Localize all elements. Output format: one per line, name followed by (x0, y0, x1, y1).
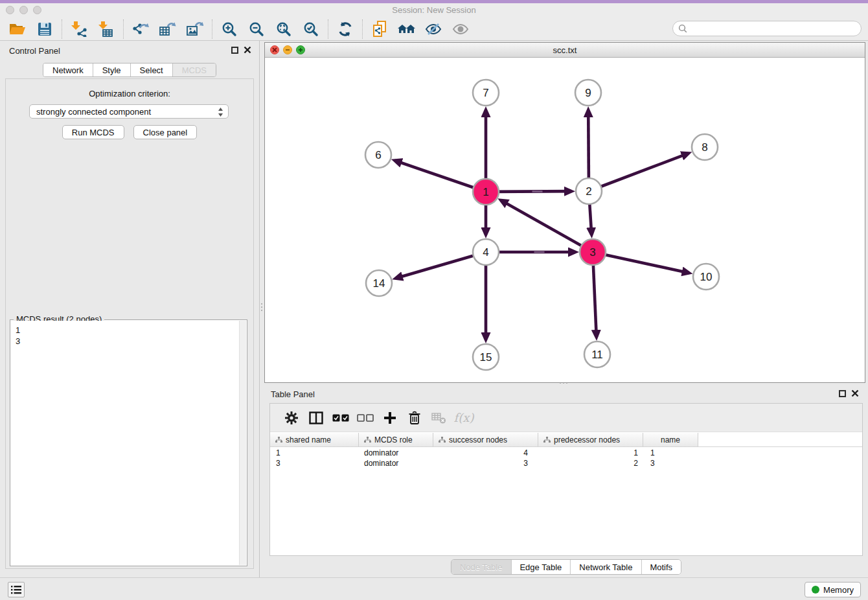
node-label: 15 (480, 351, 492, 363)
graph-node-11[interactable]: 11 (584, 341, 610, 367)
zoom-out-icon (249, 21, 264, 37)
gear-icon (284, 411, 299, 425)
function-builder-button[interactable]: f(x) (451, 407, 476, 429)
table-cell[interactable]: 3 (270, 459, 359, 468)
node-label: 6 (375, 149, 381, 161)
table-cell[interactable]: 3 (643, 459, 698, 468)
tab-network[interactable]: Network (43, 63, 93, 76)
hide-selected-button[interactable] (420, 19, 448, 40)
graph-edge-3-1[interactable] (501, 200, 593, 252)
import-table-button[interactable] (93, 19, 120, 40)
apply-layout-button[interactable] (332, 19, 359, 40)
graph-node-14[interactable]: 14 (366, 270, 392, 296)
export-table-icon (159, 21, 176, 37)
tab-edge-table[interactable]: Edge Table (511, 560, 571, 574)
search-input[interactable] (690, 22, 861, 35)
search-field[interactable] (672, 21, 862, 36)
checked-boxes-icon (332, 414, 349, 422)
import-network-button[interactable] (65, 19, 93, 40)
graph-edge-2-8[interactable] (589, 154, 689, 191)
column-header-mcds-role[interactable]: MCDS role (359, 433, 433, 447)
node-label: 8 (702, 141, 707, 154)
graph-node-2[interactable]: 2 (576, 178, 602, 204)
graph-node-3[interactable]: 3 (580, 239, 606, 265)
column-header-name[interactable]: name (643, 433, 698, 447)
network-graph[interactable]: 7968124314101511 (265, 58, 865, 383)
graph-node-4[interactable]: 4 (473, 239, 499, 265)
table-cell[interactable]: 1 (643, 448, 698, 457)
close-panel-icon[interactable] (851, 389, 859, 397)
table-cell[interactable]: dominator (359, 448, 433, 457)
graph-node-1[interactable]: 1 (473, 179, 499, 205)
float-panel-icon[interactable] (839, 390, 846, 397)
column-header-successor-nodes[interactable]: successor nodes (433, 433, 538, 447)
tab-motifs[interactable]: Motifs (641, 560, 681, 574)
graph-node-15[interactable]: 15 (473, 344, 499, 370)
zoom-in-button[interactable] (216, 19, 243, 40)
column-header-predecessor-nodes[interactable]: predecessor nodes (538, 433, 643, 447)
hierarchy-icon (439, 437, 446, 443)
table-mode-button[interactable] (279, 407, 304, 429)
export-table-button[interactable] (154, 19, 181, 40)
optimization-criterion-label: Optimization criterion: (6, 89, 253, 98)
graph-edge-4-14[interactable] (396, 252, 486, 278)
home-button[interactable] (393, 19, 420, 40)
chevron-up-down-icon (218, 107, 223, 117)
graph-node-6[interactable]: 6 (365, 142, 391, 168)
table-row[interactable]: 1dominator411 (270, 448, 862, 458)
mcds-tab-content: Optimization criterion: strongly connect… (5, 78, 254, 569)
run-mcds-button[interactable]: Run MCDS (62, 125, 124, 139)
criterion-dropdown[interactable]: strongly connected component (29, 104, 229, 119)
select-all-button[interactable] (328, 407, 353, 429)
graph-node-7[interactable]: 7 (473, 80, 499, 106)
table-row[interactable]: 3dominator323 (270, 458, 862, 468)
column-header-shared-name[interactable]: shared name (270, 433, 359, 447)
toolbar-separator (123, 19, 124, 39)
close-panel-icon[interactable] (244, 46, 251, 54)
export-network-button[interactable] (127, 19, 154, 40)
delete-columns-button[interactable] (402, 407, 427, 429)
deselect-all-button[interactable] (353, 407, 378, 429)
graph-node-9[interactable]: 9 (575, 80, 601, 106)
tab-network-table[interactable]: Network Table (571, 560, 641, 574)
horizontal-split-handle[interactable] (554, 381, 573, 385)
show-selected-button[interactable] (448, 19, 475, 40)
clone-network-button[interactable] (366, 19, 393, 40)
close-panel-button[interactable]: Close panel (133, 125, 198, 139)
header-filler (698, 433, 862, 447)
zoom-selected-button[interactable] (297, 19, 325, 40)
graph-edge-3-10[interactable] (593, 252, 689, 273)
table-cell[interactable]: 1 (538, 448, 643, 457)
table-body: 1dominator4113dominator323 (270, 448, 862, 555)
delete-table-button[interactable] (427, 407, 451, 429)
table-cell[interactable]: dominator (359, 459, 433, 468)
graph-node-10[interactable]: 10 (693, 264, 719, 290)
zoom-out-button[interactable] (243, 19, 270, 40)
save-icon (38, 22, 52, 36)
table-cell[interactable]: 3 (433, 459, 538, 468)
open-session-button[interactable] (4, 19, 31, 40)
save-session-button[interactable] (31, 19, 58, 40)
vertical-split-handle[interactable] (260, 298, 264, 316)
export-image-button[interactable] (181, 19, 209, 40)
tab-style[interactable]: Style (93, 63, 131, 76)
network-canvas[interactable]: 7968124314101511 (265, 58, 865, 382)
tab-node-table[interactable]: Node Table (451, 560, 512, 574)
network-window-titlebar[interactable]: scc.txt (265, 43, 865, 58)
tab-mcds[interactable]: MCDS (173, 63, 216, 76)
graph-node-8[interactable]: 8 (692, 134, 718, 160)
tab-select[interactable]: Select (131, 63, 173, 76)
table-cell[interactable]: 2 (538, 459, 643, 468)
create-column-button[interactable] (378, 407, 402, 429)
show-task-history-button[interactable] (8, 582, 25, 597)
table-cell[interactable]: 1 (270, 448, 359, 457)
graph-edge-1-6[interactable] (395, 161, 486, 192)
result-scrollbar[interactable] (239, 321, 246, 565)
eye-icon (452, 22, 470, 36)
float-panel-icon[interactable] (231, 47, 238, 54)
format-columns-button[interactable] (304, 407, 328, 429)
table-cell[interactable]: 4 (433, 448, 538, 457)
memory-button[interactable]: Memory (805, 582, 861, 597)
mcds-result-area[interactable]: 1 3 (11, 321, 246, 565)
zoom-fit-button[interactable] (270, 19, 297, 40)
